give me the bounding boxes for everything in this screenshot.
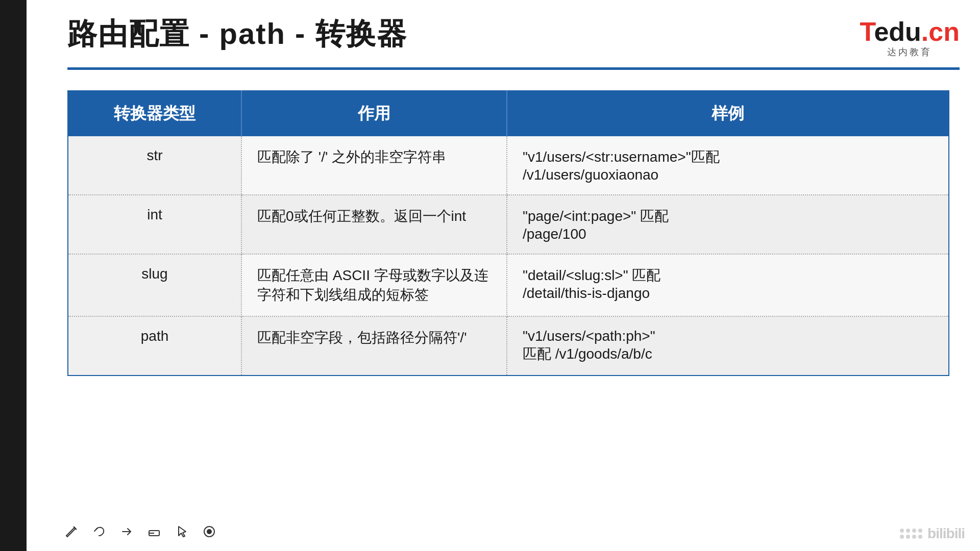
table-row: int匹配0或任何正整数。返回一个int"page/<int:page>" 匹配… <box>68 195 949 254</box>
table-container: 转换器类型 作用 样例 str匹配除了 '/' 之外的非空字符串"v1/user… <box>67 90 949 376</box>
cell-type: path <box>68 316 241 375</box>
bilibili-watermark: bilibili <box>900 525 965 542</box>
table-row: path匹配非空字段，包括路径分隔符'/'"v1/users/<path:ph>… <box>68 316 949 375</box>
main-content: 路由配置 - path - 转换器 Tedu.cn 达内教育 转换器类型 作用 … <box>27 0 980 551</box>
logo-edu: edu <box>874 17 921 46</box>
logo: Tedu.cn 达内教育 <box>860 18 960 58</box>
bottom-toolbar <box>62 522 218 541</box>
logo-t: T <box>860 17 874 46</box>
cell-example: "v1/users/<str:username>"匹配 /v1/users/gu… <box>507 136 949 195</box>
cell-type: slug <box>68 254 241 316</box>
table-header-row: 转换器类型 作用 样例 <box>68 91 949 136</box>
cell-desc: 匹配除了 '/' 之外的非空字符串 <box>241 136 507 195</box>
eraser-icon[interactable] <box>145 522 163 541</box>
arrow-icon[interactable] <box>117 522 136 541</box>
col-header-example: 样例 <box>507 91 949 136</box>
cell-example: "detail/<slug:sl>" 匹配 /detail/this-is-dj… <box>507 254 949 316</box>
cell-desc: 匹配任意由 ASCII 字母或数字以及连字符和下划线组成的短标签 <box>241 254 507 316</box>
cell-desc: 匹配非空字段，包括路径分隔符'/' <box>241 316 507 375</box>
page-title: 路由配置 - path - 转换器 <box>67 14 407 54</box>
col-header-type: 转换器类型 <box>68 91 241 136</box>
table-row: slug匹配任意由 ASCII 字母或数字以及连字符和下划线组成的短标签"det… <box>68 254 949 316</box>
left-sidebar <box>0 0 27 551</box>
cell-type: int <box>68 195 241 254</box>
record-icon[interactable] <box>200 522 218 541</box>
cell-desc: 匹配0或任何正整数。返回一个int <box>241 195 507 254</box>
converter-table: 转换器类型 作用 样例 str匹配除了 '/' 之外的非空字符串"v1/user… <box>67 90 949 376</box>
bilibili-logo: bilibili <box>927 525 965 542</box>
undo-icon[interactable] <box>90 522 108 541</box>
separator-line <box>67 67 960 70</box>
cursor-icon[interactable] <box>173 522 191 541</box>
table-row: str匹配除了 '/' 之外的非空字符串"v1/users/<str:usern… <box>68 136 949 195</box>
logo-text: Tedu.cn <box>860 18 960 45</box>
logo-subtitle: 达内教育 <box>887 46 932 58</box>
bili-dots <box>900 529 922 539</box>
cell-example: "v1/users/<path:ph>" 匹配 /v1/goods/a/b/c <box>507 316 949 375</box>
svg-point-2 <box>207 529 212 534</box>
pencil-icon[interactable] <box>62 522 81 541</box>
logo-cn: .cn <box>921 17 960 46</box>
col-header-desc: 作用 <box>241 91 507 136</box>
cell-type: str <box>68 136 241 195</box>
header: 路由配置 - path - 转换器 Tedu.cn 达内教育 <box>27 0 980 58</box>
cell-example: "page/<int:page>" 匹配 /page/100 <box>507 195 949 254</box>
